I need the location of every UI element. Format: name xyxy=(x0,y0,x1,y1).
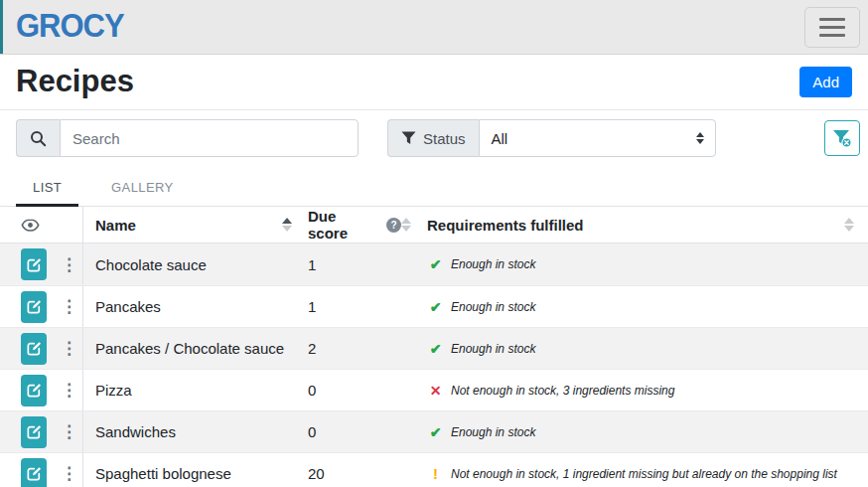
edit-recipe-button[interactable] xyxy=(21,375,47,406)
sidebar-edge xyxy=(0,0,3,54)
eye-icon xyxy=(21,218,40,233)
status-filter-group: Status All xyxy=(387,119,716,157)
requirements-column-header[interactable]: Requirements fulfilled xyxy=(417,207,868,243)
recipe-due-score: 1 xyxy=(298,244,417,285)
help-question-icon[interactable]: ? xyxy=(386,218,401,233)
status-text: Enough in stock xyxy=(451,425,535,439)
sort-icon xyxy=(401,218,411,232)
filter-remove-icon xyxy=(832,129,852,148)
column-visibility-header[interactable] xyxy=(0,207,83,243)
row-actions: ⋮ xyxy=(0,370,83,410)
search-input[interactable] xyxy=(60,119,359,157)
edit-recipe-button[interactable] xyxy=(21,416,47,448)
status-text: Enough in stock xyxy=(451,342,535,356)
row-actions: ⋮ xyxy=(0,411,83,452)
recipe-due-score: 1 xyxy=(298,286,417,327)
status-text: Enough in stock xyxy=(451,300,535,314)
recipe-name[interactable]: Pizza xyxy=(83,370,298,410)
due-score-column-header[interactable]: Due score ? xyxy=(298,207,417,243)
check-icon: ✔ xyxy=(428,299,443,315)
add-recipe-button[interactable]: Add xyxy=(799,67,852,97)
status-select-value: All xyxy=(492,130,508,147)
page-header: Recipes Add xyxy=(0,55,868,110)
top-navbar: GROCY xyxy=(0,0,868,55)
table-body: ⋮ Chocolate sauce 1 ✔ Enough in stock xyxy=(0,244,868,487)
edit-pencil-icon xyxy=(26,465,43,482)
check-icon: ✔ xyxy=(428,256,443,272)
table-row: ⋮ Spaghetti bolognese 20 ! Not enough in… xyxy=(0,452,868,487)
status-select[interactable]: All xyxy=(479,119,716,157)
name-column-header[interactable]: Name xyxy=(83,207,298,243)
grocy-logo[interactable]: GROCY xyxy=(16,8,124,46)
requirements-column-label: Requirements fulfilled xyxy=(427,217,584,234)
filter-icon xyxy=(401,131,416,145)
recipe-due-score: 0 xyxy=(298,411,417,452)
hamburger-icon xyxy=(819,18,845,37)
grocy-app: GROCY Recipes Add xyxy=(0,0,868,487)
clear-filters-button[interactable] xyxy=(824,120,860,156)
sort-icon xyxy=(844,218,854,232)
sort-asc-icon xyxy=(282,218,292,232)
check-icon: ✔ xyxy=(428,341,443,357)
row-menu-kebab-icon[interactable]: ⋮ xyxy=(56,461,82,486)
table-row: ⋮ Pizza 0 ✕ Not enough in stock, 3 ingre… xyxy=(0,369,868,410)
edit-pencil-icon xyxy=(26,256,43,273)
recipe-due-score: 0 xyxy=(298,370,417,410)
recipe-requirements: ✔ Enough in stock xyxy=(417,328,868,369)
tab-list[interactable]: LIST xyxy=(16,169,78,207)
row-actions: ⋮ xyxy=(0,453,83,487)
status-text: Enough in stock xyxy=(451,257,535,271)
recipes-table: Name Due score ? Requirements fulfilled xyxy=(0,207,868,487)
recipe-name[interactable]: Sandwiches xyxy=(83,411,298,452)
status-text: Not enough in stock, 1 ingredient missin… xyxy=(451,467,837,481)
edit-recipe-button[interactable] xyxy=(21,248,47,280)
search-group xyxy=(16,119,359,157)
filter-bar: Status All xyxy=(0,110,868,165)
table-row: ⋮ Chocolate sauce 1 ✔ Enough in stock xyxy=(0,244,868,285)
search-prepend xyxy=(16,119,60,157)
select-caret-icon xyxy=(696,132,704,144)
view-tabs: LIST GALLERY xyxy=(0,169,868,207)
row-menu-kebab-icon[interactable]: ⋮ xyxy=(56,336,82,361)
recipe-requirements: ✕ Not enough in stock, 3 ingredients mis… xyxy=(417,370,868,410)
recipe-due-score: 20 xyxy=(298,453,417,487)
recipe-requirements: ✔ Enough in stock xyxy=(417,411,868,452)
check-icon: ✔ xyxy=(428,424,443,440)
table-header-row: Name Due score ? Requirements fulfilled xyxy=(0,207,868,244)
row-menu-kebab-icon[interactable]: ⋮ xyxy=(56,252,82,277)
status-prepend: Status xyxy=(387,119,479,157)
exclamation-icon: ! xyxy=(428,465,443,482)
tab-gallery[interactable]: GALLERY xyxy=(94,169,191,207)
edit-pencil-icon xyxy=(26,423,43,440)
table-row: ⋮ Sandwiches 0 ✔ Enough in stock xyxy=(0,410,868,452)
row-actions: ⋮ xyxy=(0,244,83,285)
edit-recipe-button[interactable] xyxy=(21,333,47,365)
recipe-name[interactable]: Chocolate sauce xyxy=(83,244,298,285)
row-menu-kebab-icon[interactable]: ⋮ xyxy=(56,419,82,444)
recipe-name[interactable]: Pancakes xyxy=(83,286,298,327)
recipe-name[interactable]: Pancakes / Chocolate sauce xyxy=(83,328,298,369)
edit-pencil-icon xyxy=(26,340,43,357)
row-actions: ⋮ xyxy=(0,286,83,327)
edit-pencil-icon xyxy=(26,298,43,315)
recipe-requirements: ✔ Enough in stock xyxy=(417,244,868,285)
recipe-requirements: ! Not enough in stock, 1 ingredient miss… xyxy=(417,453,868,487)
row-menu-kebab-icon[interactable]: ⋮ xyxy=(56,378,82,403)
navbar-toggler-button[interactable] xyxy=(804,7,860,48)
row-menu-kebab-icon[interactable]: ⋮ xyxy=(56,294,82,319)
edit-recipe-button[interactable] xyxy=(21,291,47,323)
recipe-due-score: 2 xyxy=(298,328,417,369)
recipe-requirements: ✔ Enough in stock xyxy=(417,286,868,327)
edit-recipe-button[interactable] xyxy=(21,458,47,487)
row-actions: ⋮ xyxy=(0,328,83,369)
name-column-label: Name xyxy=(95,217,136,234)
recipe-name[interactable]: Spaghetti bolognese xyxy=(83,453,298,487)
x-icon: ✕ xyxy=(428,383,443,399)
due-score-column-label: Due score xyxy=(308,208,379,242)
edit-pencil-icon xyxy=(26,382,43,399)
status-filter-label: Status xyxy=(423,130,466,147)
table-row: ⋮ Pancakes 1 ✔ Enough in stock xyxy=(0,285,868,327)
status-text: Not enough in stock, 3 ingredients missi… xyxy=(451,384,674,398)
table-row: ⋮ Pancakes / Chocolate sauce 2 ✔ Enough … xyxy=(0,327,868,369)
page-title: Recipes xyxy=(16,64,134,99)
